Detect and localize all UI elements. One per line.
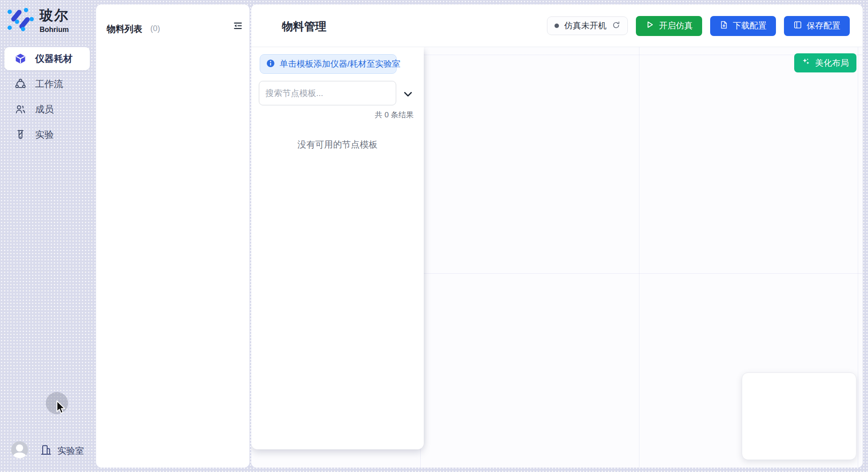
sidebar-item-experiments[interactable]: 实验 [4, 123, 90, 146]
beautify-layout-label: 美化布局 [815, 57, 849, 69]
members-icon [15, 104, 26, 115]
sidebar-item-label: 实验 [35, 128, 54, 141]
file-download-icon [719, 20, 728, 32]
play-icon [645, 20, 655, 32]
mouse-cursor [55, 400, 67, 417]
template-hint-text: 单击模板添加仪器/耗材至实验室 [280, 58, 400, 70]
info-icon [266, 59, 275, 69]
brand-logo: 玻尔 Bohrium [7, 6, 69, 34]
start-simulation-button[interactable]: 开启仿真 [636, 16, 702, 36]
bohrium-logo-icon [7, 7, 34, 33]
save-layout-icon [793, 20, 802, 32]
result-count: 共 0 条结果 [375, 110, 414, 120]
status-label: 仿真未开机 [564, 20, 607, 32]
collapse-panel-icon[interactable] [233, 20, 243, 31]
template-hint-banner[interactable]: 单击模板添加仪器/耗材至实验室 [260, 54, 397, 74]
main-header: 物料管理 仿真未开机 开启仿真 [251, 4, 863, 47]
sidebar-item-label: 工作流 [35, 78, 63, 90]
brand-subtitle: Bohrium [40, 26, 69, 34]
minimap[interactable] [742, 372, 856, 460]
empty-state-text: 没有可用的节点模板 [251, 139, 424, 151]
status-dot-icon [555, 24, 559, 28]
sparkles-icon [802, 57, 811, 68]
materials-list-panel: 物料列表 (0) [96, 4, 249, 468]
materials-list-count: (0) [150, 24, 160, 33]
sidebar: 玻尔 Bohrium 仪器耗材 工作流 [0, 0, 96, 472]
refresh-icon[interactable] [612, 21, 620, 31]
workflow-icon [15, 78, 26, 90]
page-title: 物料管理 [282, 19, 326, 34]
save-config-label: 保存配置 [807, 20, 840, 32]
lab-label: 实验室 [57, 445, 84, 457]
search-template-input[interactable] [259, 81, 396, 105]
building-icon [40, 444, 52, 458]
sidebar-item-instruments[interactable]: 仪器耗材 [4, 47, 90, 70]
lab-switcher[interactable]: 实验室 [40, 444, 84, 458]
node-template-panel: 单击模板添加仪器/耗材至实验室 共 0 条结果 没有可用的节点模板 [251, 47, 424, 449]
sidebar-item-label: 成员 [35, 103, 54, 116]
download-config-label: 下载配置 [733, 20, 767, 32]
materials-list-title: 物料列表 [107, 23, 142, 35]
start-simulation-label: 开启仿真 [659, 20, 693, 32]
experiment-icon [15, 129, 26, 140]
main-panel: 物料管理 仿真未开机 开启仿真 [251, 4, 863, 468]
brand-name: 玻尔 [40, 6, 69, 25]
save-config-button[interactable]: 保存配置 [784, 16, 850, 36]
cube-icon [15, 53, 26, 64]
user-avatar[interactable] [11, 441, 28, 458]
sidebar-item-members[interactable]: 成员 [4, 98, 90, 121]
simulation-status-pill[interactable]: 仿真未开机 [547, 16, 628, 35]
sidebar-item-workflow[interactable]: 工作流 [4, 72, 90, 96]
beautify-layout-button[interactable]: 美化布局 [794, 53, 856, 72]
chevron-down-icon[interactable] [402, 89, 414, 100]
sidebar-item-label: 仪器耗材 [35, 52, 72, 65]
download-config-button[interactable]: 下载配置 [710, 16, 776, 36]
